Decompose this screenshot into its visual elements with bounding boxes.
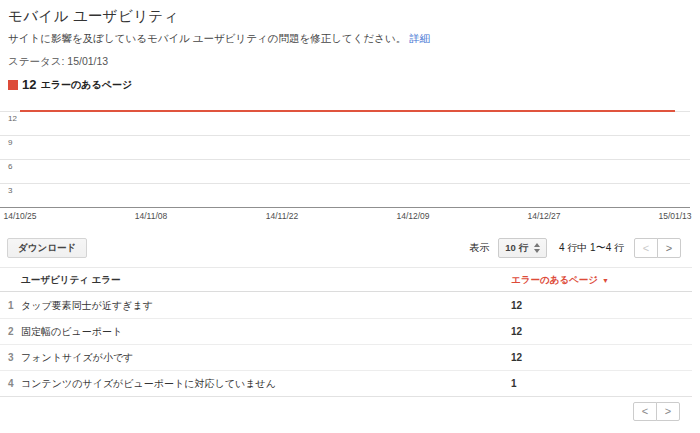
legend-label: エラーのあるページ	[40, 78, 132, 92]
chevron-left-icon: <	[643, 242, 649, 254]
bottom-prev-page-button[interactable]: <	[633, 402, 657, 421]
error-name[interactable]: 固定幅のビューポート	[21, 319, 122, 345]
bottom-next-page-button[interactable]: >	[656, 402, 680, 421]
error-name[interactable]: コンテンツのサイズがビューポートに対応していません	[21, 371, 276, 397]
pages-with-errors-count: 1	[511, 371, 517, 397]
table-row: 3フォントサイズが小です12	[0, 345, 692, 371]
next-page-button[interactable]: >	[657, 238, 681, 258]
column-header-usability-error[interactable]: ユーザビリティ エラー	[21, 268, 120, 292]
chevron-right-icon: >	[666, 242, 672, 254]
subtitle-text: サイトに影響を及ぼしているモバイル ユーザビリティの問題を修正してください。	[8, 32, 406, 44]
usability-errors-table: 1タップ要素同士が近すぎます122固定幅のビューポート123フォントサイズが小で…	[0, 293, 692, 397]
table-row: 1タップ要素同士が近すぎます12	[0, 293, 692, 319]
table-row: 4コンテンツのサイズがビューポートに対応していません1	[0, 371, 692, 397]
table-toolbar: 表示 10 行 4 行中 1〜4 行 < >	[469, 238, 681, 258]
mobile-usability-page: モバイル ユーザビリティ サイトに影響を及ぼしているモバイル ユーザビリティの問…	[0, 0, 700, 433]
bottom-pager: < >	[633, 402, 680, 421]
row-number: 1	[8, 293, 14, 319]
chevron-right-icon: >	[665, 405, 671, 417]
page-title: モバイル ユーザビリティ	[8, 7, 179, 26]
details-link[interactable]: 詳細	[409, 32, 430, 44]
pages-with-errors-count: 12	[511, 293, 522, 319]
legend-color-swatch	[8, 80, 18, 90]
chart-plot-area	[0, 103, 690, 221]
rows-per-page-select[interactable]: 10 行	[498, 238, 547, 258]
pages-with-errors-count: 12	[511, 345, 522, 371]
sort-desc-icon: ▼	[602, 277, 609, 284]
error-name[interactable]: タップ要素同士が近すぎます	[21, 293, 153, 319]
table-header-row: ユーザビリティ エラー エラーのあるページ▼	[0, 268, 692, 292]
prev-page-button[interactable]: <	[634, 238, 658, 258]
row-number: 3	[8, 345, 14, 371]
download-button[interactable]: ダウンロード	[7, 238, 87, 258]
pagination-range-text: 4 行中 1〜4 行	[559, 241, 624, 255]
error-name[interactable]: フォントサイズが小です	[21, 345, 133, 371]
top-pager: < >	[634, 238, 681, 258]
column-header-pages-label: エラーのあるページ	[511, 274, 598, 285]
pages-with-errors-count: 12	[511, 319, 522, 345]
legend-value: 12	[22, 77, 36, 92]
errors-timeline-chart: 3691214/10/2514/11/0814/11/2214/12/0914/…	[0, 103, 700, 225]
spinner-updown-icon	[534, 243, 540, 253]
column-header-pages-with-errors[interactable]: エラーのあるページ▼	[511, 268, 609, 293]
status-text: ステータス: 15/01/13	[8, 55, 108, 69]
chart-legend: 12 エラーのあるページ	[8, 77, 132, 92]
show-label: 表示	[469, 241, 489, 255]
chevron-left-icon: <	[642, 405, 648, 417]
rows-per-page-value: 10 行	[505, 242, 528, 255]
row-number: 4	[8, 371, 14, 397]
table-row: 2固定幅のビューポート12	[0, 319, 692, 345]
row-number: 2	[8, 319, 14, 345]
page-subtitle: サイトに影響を及ぼしているモバイル ユーザビリティの問題を修正してください。詳細	[8, 32, 430, 46]
